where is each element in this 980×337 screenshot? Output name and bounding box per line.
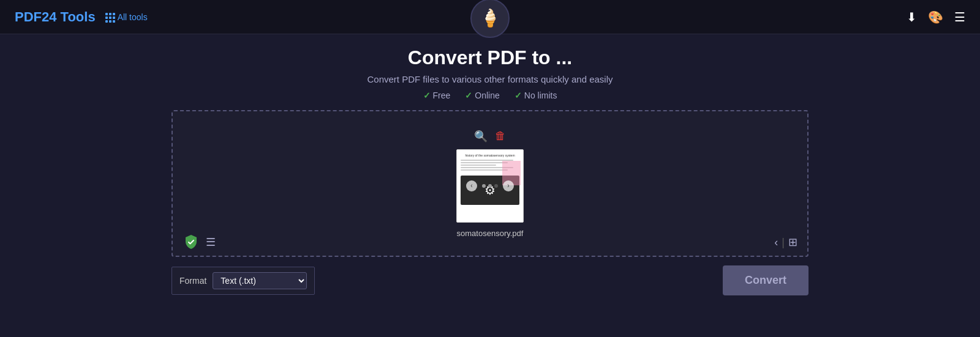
footer-right-icons: ‹ | ⊞ [774, 235, 797, 249]
badge-free-label: Free [433, 91, 451, 100]
drop-zone[interactable]: 🔍 🗑 history of the somatosensory system … [172, 110, 809, 257]
drop-zone-wrapper: 🔍 🗑 history of the somatosensory system … [172, 110, 809, 302]
header: PDF24 Tools All tools 🍦 ⬇ 🎨 ☰ [0, 0, 980, 34]
thumb-line-3 [461, 165, 496, 166]
logo-area: PDF24 Tools All tools [15, 9, 148, 25]
dot-3 [494, 184, 498, 188]
file-actions-top: 🔍 🗑 [474, 130, 506, 143]
download-icon[interactable]: ⬇ [907, 10, 917, 24]
prev-page-btn[interactable]: ‹ [466, 180, 477, 191]
chevron-left-icon[interactable]: ‹ [774, 236, 778, 249]
add-file-icon[interactable]: ⊞ [788, 235, 797, 249]
thumb-line-5 [461, 169, 508, 171]
blender-icon: 🍦 [480, 8, 501, 28]
zoom-button[interactable]: 🔍 [474, 130, 488, 143]
menu-icon[interactable]: ☰ [954, 10, 965, 24]
drop-zone-footer: ☰ ‹ | ⊞ [173, 229, 807, 256]
check-online: ✓ [465, 91, 472, 100]
badge-nolimits-label: No limits [524, 91, 557, 100]
header-center-logo: 🍦 [470, 0, 510, 38]
page-subtitle: Convert PDF files to various other forma… [368, 74, 613, 84]
brand-icon-circle: 🍦 [470, 0, 510, 38]
page-title: Convert PDF to ... [408, 46, 572, 69]
footer-left-icons: ☰ [183, 234, 216, 251]
thumb-dots [482, 184, 498, 188]
thumb-navigation: ‹ › [457, 180, 523, 191]
thumb-line-2 [461, 162, 508, 163]
badge-nolimits: ✓ No limits [514, 91, 557, 100]
check-nolimits: ✓ [514, 91, 522, 100]
action-row: Format Text (.txt) Word (.docx) Excel (.… [172, 259, 809, 302]
all-tools-link[interactable]: All tools [105, 12, 148, 22]
footer-divider: | [782, 236, 785, 249]
grid-icon [105, 13, 114, 21]
format-group: Format Text (.txt) Word (.docx) Excel (.… [172, 267, 315, 295]
next-page-btn[interactable]: › [503, 180, 514, 191]
file-preview-area: 🔍 🗑 history of the somatosensory system … [456, 130, 524, 238]
badge-online-label: Online [475, 91, 499, 100]
file-thumbnail: history of the somatosensory system ⚙ ‹ [456, 149, 524, 223]
thumb-title: history of the somatosensory system [461, 154, 519, 157]
header-right-actions: ⬇ 🎨 ☰ [907, 10, 965, 24]
convert-button[interactable]: Convert [723, 265, 809, 295]
dot-2 [488, 184, 492, 188]
all-tools-label: All tools [118, 12, 148, 22]
list-icon: ☰ [206, 235, 216, 249]
format-label: Format [179, 276, 206, 286]
badge-free: ✓ Free [423, 91, 451, 100]
feature-badges: ✓ Free ✓ Online ✓ No limits [423, 91, 557, 100]
theme-icon[interactable]: 🎨 [928, 10, 943, 24]
shield-icon [183, 234, 200, 251]
main-content: Convert PDF to ... Convert PDF files to … [0, 34, 980, 302]
dot-1 [482, 184, 486, 188]
format-select[interactable]: Text (.txt) Word (.docx) Excel (.xlsx) P… [213, 272, 307, 289]
check-free: ✓ [423, 91, 431, 100]
badge-online: ✓ Online [465, 91, 499, 100]
delete-button[interactable]: 🗑 [495, 130, 506, 143]
site-logo[interactable]: PDF24 Tools [15, 9, 96, 25]
